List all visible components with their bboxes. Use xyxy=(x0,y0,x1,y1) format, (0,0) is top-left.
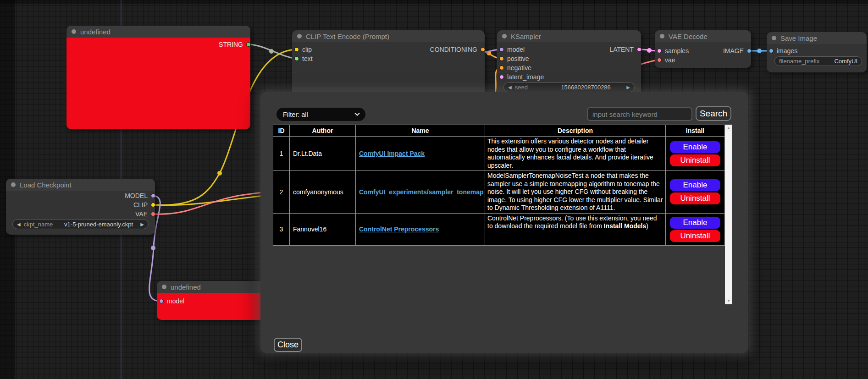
image-slot-dot[interactable] xyxy=(747,49,752,53)
header-name: Name xyxy=(356,125,485,137)
enable-button[interactable]: Enable xyxy=(670,141,720,153)
extension-link[interactable]: ControlNet Preprocessors xyxy=(359,225,439,233)
node-title-bar[interactable]: undefined xyxy=(157,281,266,293)
widget-label: filename_prefix xyxy=(779,58,819,65)
output-slot-latent[interactable]: LATENT xyxy=(609,46,641,53)
output-slot-model[interactable]: MODEL xyxy=(125,192,155,199)
node-ksampler[interactable]: KSampler model positive negative latent_… xyxy=(497,30,641,95)
scroll-down-icon[interactable]: ▼ xyxy=(725,297,732,304)
input-slot-clip[interactable]: clip xyxy=(294,46,312,53)
seed-widget[interactable]: ◀ seed 156680208700286 ▶ xyxy=(503,82,635,92)
cell-install: Enable Uninstall xyxy=(666,137,725,171)
node-undefined-top[interactable]: undefined STRING xyxy=(66,26,250,129)
latent-slot-dot[interactable] xyxy=(637,47,641,52)
input-slot-negative[interactable]: negative xyxy=(499,65,531,71)
input-slot-latent-image[interactable]: latent_image xyxy=(499,74,544,80)
search-input[interactable] xyxy=(587,107,692,121)
widget-increment-icon[interactable]: ▶ xyxy=(626,85,630,90)
uninstall-button[interactable]: Uninstall xyxy=(670,192,720,204)
cell-description: ModelSamplerTonemapNoiseTest a node that… xyxy=(485,171,666,214)
latent-image-slot-dot[interactable] xyxy=(499,75,504,79)
input-slot-samples[interactable]: samples xyxy=(657,48,689,54)
node-body: model positive negative latent_image LAT… xyxy=(497,42,641,95)
node-status-dot xyxy=(72,29,76,34)
close-button[interactable]: Close xyxy=(274,338,302,352)
node-title-bar[interactable]: KSampler xyxy=(497,30,641,42)
scrollbar-thumb[interactable] xyxy=(725,132,732,297)
scroll-up-icon[interactable]: ▲ xyxy=(725,125,732,132)
node-title-bar[interactable]: Load Checkpoint xyxy=(6,179,155,191)
input-slot-vae[interactable]: vae xyxy=(657,57,675,63)
string-slot-dot[interactable] xyxy=(246,42,251,47)
extension-link[interactable]: ComfyUI_experiments/sampler_tonemap xyxy=(359,188,484,196)
node-title: Load Checkpoint xyxy=(20,181,72,189)
widget-prev-icon[interactable]: ◀ xyxy=(17,222,21,227)
input-slot-text[interactable]: text xyxy=(294,55,313,62)
widget-decrement-icon[interactable]: ◀ xyxy=(508,85,512,90)
graph-canvas[interactable]: undefined STRING CLIP Text Encode (Promp… xyxy=(0,0,868,379)
extension-link[interactable]: ComfyUI Impact Pack xyxy=(359,150,425,157)
slot-label: model xyxy=(167,297,184,305)
input-slot-model[interactable]: model xyxy=(499,46,525,53)
node-body: model xyxy=(157,293,266,320)
model-slot-dot[interactable] xyxy=(151,193,155,198)
conditioning-slot-dot[interactable] xyxy=(481,47,485,52)
enable-button[interactable]: Enable xyxy=(670,179,720,191)
output-slot-string[interactable]: STRING xyxy=(219,41,251,48)
cell-description: This extension offers various detector n… xyxy=(485,137,666,171)
slot-label: MODEL xyxy=(125,192,148,199)
node-title-bar[interactable]: undefined xyxy=(66,26,250,38)
input-slot-model[interactable]: model xyxy=(159,298,184,304)
node-undefined-bottom[interactable]: undefined model xyxy=(157,281,266,320)
link-dot-latent xyxy=(647,48,652,53)
output-slot-clip[interactable]: CLIP xyxy=(133,202,155,208)
samples-slot-dot[interactable] xyxy=(657,49,662,53)
node-title-bar[interactable]: CLIP Text Encode (Prompt) xyxy=(292,30,485,42)
clip-slot-dot[interactable] xyxy=(151,203,155,207)
cell-author: comfyanonymous xyxy=(290,171,356,214)
uninstall-button[interactable]: Uninstall xyxy=(670,230,720,242)
slot-label: model xyxy=(507,46,525,53)
vae-slot-dot[interactable] xyxy=(657,58,662,62)
header-author: Author xyxy=(290,125,356,137)
positive-slot-dot[interactable] xyxy=(499,56,504,61)
node-title: undefined xyxy=(80,28,111,36)
widget-value: v1-5-pruned-emaonly.ckpt xyxy=(64,221,133,228)
images-slot-dot[interactable] xyxy=(769,49,774,53)
node-status-dot xyxy=(660,34,664,38)
node-save-image[interactable]: Save Image images filename_prefix ComfyU… xyxy=(767,32,867,72)
model-slot-dot[interactable] xyxy=(159,299,164,303)
model-slot-dot[interactable] xyxy=(499,47,504,52)
enable-button[interactable]: Enable xyxy=(670,217,720,229)
filename-prefix-widget[interactable]: filename_prefix ComfyUI xyxy=(774,56,862,66)
input-slot-positive[interactable]: positive xyxy=(499,55,529,62)
cell-id: 3 xyxy=(273,213,290,245)
slot-label: CONDITIONING xyxy=(430,46,477,53)
input-slot-images[interactable]: images xyxy=(769,48,797,54)
filter-select[interactable]: Filter: all xyxy=(276,108,365,121)
slot-label: negative xyxy=(507,64,531,71)
node-body: samples vae IMAGE xyxy=(655,42,751,68)
output-slot-image[interactable]: IMAGE xyxy=(723,48,752,54)
uninstall-button[interactable]: Uninstall xyxy=(670,154,720,166)
node-title-bar[interactable]: Save Image xyxy=(767,32,867,44)
output-slot-vae[interactable]: VAE xyxy=(135,211,155,217)
search-button[interactable]: Search xyxy=(696,106,731,121)
node-title-bar[interactable]: VAE Decode xyxy=(655,30,751,42)
slot-label: latent_image xyxy=(507,73,544,81)
clip-slot-dot[interactable] xyxy=(294,47,299,52)
negative-slot-dot[interactable] xyxy=(499,66,504,70)
link-dot-model xyxy=(151,246,155,250)
slot-label: LATENT xyxy=(609,46,634,53)
ckpt-name-widget[interactable]: ◀ ckpt_name v1-5-pruned-emaonly.ckpt ▶ xyxy=(12,219,149,229)
table-scrollbar[interactable]: ▲ ▼ xyxy=(725,125,732,304)
output-slot-conditioning[interactable]: CONDITIONING xyxy=(430,46,485,53)
node-load-checkpoint[interactable]: Load Checkpoint MODEL CLIP VAE ◀ ckpt_na… xyxy=(6,179,155,235)
cell-install: Enable Uninstall xyxy=(666,213,725,245)
text-slot-dot[interactable] xyxy=(294,56,299,61)
vae-slot-dot[interactable] xyxy=(151,212,155,216)
slot-label: images xyxy=(777,47,797,55)
widget-next-icon[interactable]: ▶ xyxy=(140,222,144,227)
slot-label: VAE xyxy=(135,210,148,218)
node-vae-decode[interactable]: VAE Decode samples vae IMAGE xyxy=(655,30,751,68)
